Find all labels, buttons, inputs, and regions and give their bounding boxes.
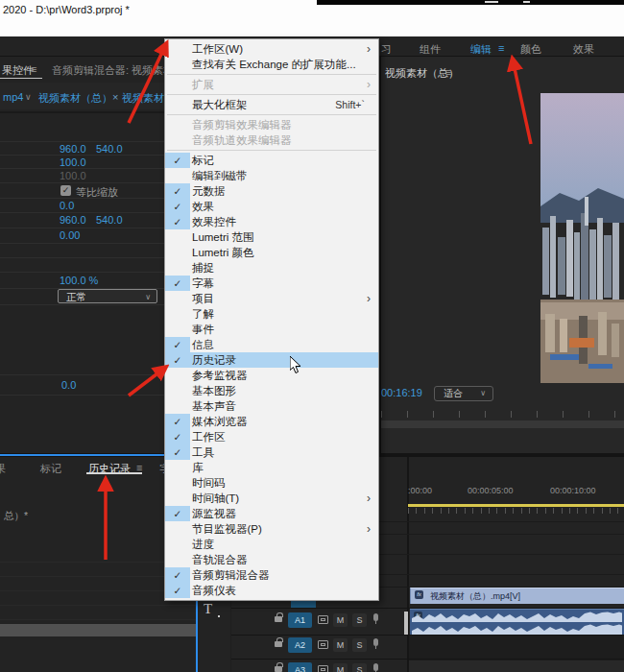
menu-item-history[interactable]: ✓历史记录 — [165, 352, 378, 368]
workspace-tab-effects[interactable]: 效果 — [573, 42, 594, 57]
menu-item-source-monitor[interactable]: ✓源监视器 — [165, 506, 378, 521]
menu-item-effects[interactable]: ✓效果 — [165, 199, 378, 214]
track-sync-icon[interactable] — [318, 640, 328, 649]
type-tool-button[interactable]: T — [204, 601, 212, 617]
voiceover-mic-icon[interactable] — [373, 663, 378, 671]
check-icon: ✓ — [165, 337, 190, 352]
workspace-tab-learning[interactable]: 习 — [381, 42, 392, 57]
video-preview-image — [540, 93, 624, 383]
chevron-down-icon[interactable]: ∨ — [25, 92, 32, 102]
menu-item-events[interactable]: 事件 — [165, 322, 378, 337]
program-timecode[interactable]: 00:16:19 — [381, 387, 422, 398]
tab-audio-clip-mixer[interactable]: 音频剪辑混合器: 视频素材 — [52, 63, 174, 78]
menu-separator — [167, 74, 376, 75]
anchor-x-value[interactable]: 960.0 — [60, 214, 86, 226]
menu-item-audio-clip-mixer[interactable]: ✓音频剪辑混合器 — [165, 567, 378, 583]
menu-item-tools[interactable]: ✓工具 — [165, 444, 378, 460]
rotation-value[interactable]: 0.0 — [60, 200, 74, 211]
lock-icon[interactable] — [275, 616, 282, 622]
menu-separator — [167, 94, 376, 95]
menu-item-capture[interactable]: 捕捉 — [165, 260, 378, 276]
anchor-y-value[interactable]: 540.0 — [96, 214, 123, 226]
menu-item-timecode[interactable]: 时间码 — [165, 475, 378, 491]
menu-item-info[interactable]: ✓信息 — [165, 337, 378, 352]
tab-markers[interactable]: 标记 — [40, 462, 61, 476]
history-selected-row[interactable] — [0, 624, 196, 636]
menu-item-learn[interactable]: 了解 — [165, 306, 378, 322]
menu-item-lumetri-color[interactable]: Lumetri 颜色 — [165, 245, 378, 260]
opacity-value[interactable]: 100.0 % — [60, 275, 98, 286]
menu-item-essential-sound[interactable]: 基本声音 — [165, 398, 378, 414]
monitor-seek-ruler[interactable] — [381, 411, 624, 418]
menu-item-workspaces[interactable]: ✓工作区 — [165, 429, 378, 444]
uniform-scale-checkbox[interactable]: ✓ — [60, 185, 71, 196]
lock-icon[interactable] — [275, 641, 282, 647]
antiflicker-value[interactable]: 0.00 — [60, 229, 80, 241]
chevron-down-icon: ∨ — [480, 387, 486, 400]
check-icon: ✓ — [165, 567, 190, 583]
menu-item-projects[interactable]: 项目› — [165, 291, 378, 306]
voiceover-mic-icon[interactable] — [373, 638, 378, 646]
tab-effects[interactable]: 果 — [0, 462, 6, 476]
menu-item-captions[interactable]: ✓字幕 — [165, 276, 378, 291]
workspace-tab-editing[interactable]: 编辑 — [470, 42, 492, 57]
menu-item-find-exchange[interactable]: 查找有关 Exchange 的扩展功能... — [165, 57, 378, 72]
menu-item-program-monitor[interactable]: 节目监视器(P)› — [165, 521, 378, 537]
menu-item-progress[interactable]: 进度 — [165, 537, 378, 552]
track-sync-icon[interactable] — [318, 615, 328, 624]
workspace-menu-icon[interactable]: ≡ — [498, 42, 504, 54]
position-x-value[interactable]: 960.0 — [60, 143, 86, 155]
mute-button[interactable]: M — [333, 613, 348, 627]
menu-item-media-browser[interactable]: ✓媒体浏览器 — [165, 414, 378, 429]
lock-icon[interactable] — [275, 666, 282, 672]
menu-item-markers[interactable]: ✓标记 — [165, 153, 378, 168]
position-y-value[interactable]: 540.0 — [96, 143, 123, 155]
menu-item-maximize-frame[interactable]: 最大化框架Shift+` — [165, 97, 378, 112]
tab-effect-controls[interactable]: 果控件 — [2, 63, 34, 78]
extra-value[interactable]: 0.0 — [61, 379, 76, 391]
menu-item-reference-monitor[interactable]: 参考监视器 — [165, 368, 378, 383]
menu-item-audio-track-mixer[interactable]: 音轨混合器 — [165, 552, 378, 567]
menu-separator — [167, 150, 376, 151]
submenu-arrow-icon: › — [367, 77, 378, 92]
voiceover-mic-icon[interactable] — [373, 613, 378, 621]
track-sync-icon[interactable] — [318, 665, 328, 672]
mute-button[interactable]: M — [333, 638, 348, 652]
solo-button[interactable]: S — [352, 638, 367, 652]
a1-track-button[interactable]: A1 — [288, 612, 312, 628]
menu-item-edit-to-tape[interactable]: 编辑到磁带 — [165, 168, 378, 183]
blend-mode-dropdown[interactable]: 正常 ∨ — [58, 289, 157, 303]
video-clip[interactable]: fx 视频素材（总）.mp4[V] — [410, 588, 624, 604]
submenu-arrow-icon: › — [367, 521, 378, 537]
workspace-tab-color[interactable]: 颜色 — [520, 42, 541, 57]
scale-value[interactable]: 100.0 — [60, 156, 86, 168]
monitor-scroll-strip — [381, 420, 624, 428]
scrollbar-thumb[interactable] — [404, 612, 408, 635]
clip-name: mp4 — [3, 91, 23, 103]
menu-item-workspace[interactable]: 工作区(W)› — [165, 41, 378, 57]
menu-item-effect-controls[interactable]: ✓效果控件 — [165, 214, 378, 229]
panel-menu-icon[interactable]: ≡ — [31, 63, 36, 75]
menu-item-audio-meters[interactable]: ✓音频仪表 — [165, 583, 378, 598]
solo-button[interactable]: S — [352, 663, 367, 672]
window-menu-dropdown: 工作区(W)› 查找有关 Exchange 的扩展功能... 扩展› 最大化框架… — [164, 38, 379, 601]
premiere-window: 2020 - D:\pr\Word3.prproj * ) 序列(S) 标记(M… — [0, 0, 624, 672]
menu-item-lumetri-scopes[interactable]: Lumetri 范围 — [165, 229, 378, 245]
audio-waveform — [412, 612, 622, 622]
menu-item-essential-graphics[interactable]: 基本图形 — [165, 383, 378, 398]
a3-track-button[interactable]: A3 — [288, 662, 312, 672]
work-area-bar[interactable] — [408, 504, 624, 507]
submenu-arrow-icon: › — [367, 291, 378, 306]
mute-button[interactable]: M — [333, 663, 348, 672]
menu-item-timelines[interactable]: 时间轴(T)› — [165, 491, 378, 506]
solo-button[interactable]: S — [352, 613, 367, 627]
menu-item-metadata[interactable]: ✓元数据 — [165, 183, 378, 199]
timeline-ruler-ticks[interactable] — [408, 508, 624, 514]
history-item[interactable]: 总）* — [4, 510, 28, 523]
menu-item-libraries[interactable]: 库 — [165, 460, 378, 475]
zoom-level-dropdown[interactable]: 适合 ∨ — [434, 386, 493, 401]
check-icon: ✓ — [165, 429, 190, 444]
workspace-tab-assembly[interactable]: 组件 — [420, 42, 441, 57]
panel-menu-icon[interactable]: ≡ — [445, 66, 451, 78]
a2-track-button[interactable]: A2 — [288, 637, 312, 653]
